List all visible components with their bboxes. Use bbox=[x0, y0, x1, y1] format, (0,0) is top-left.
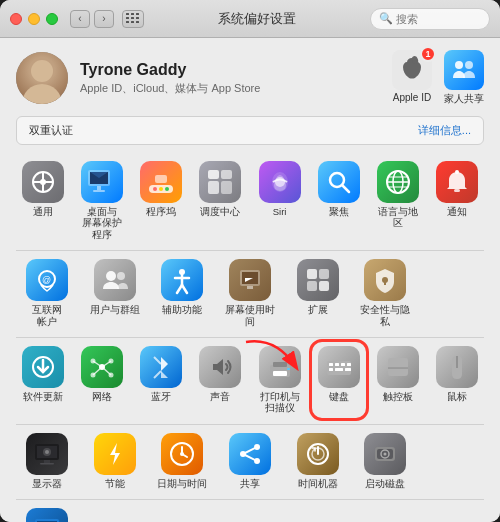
svg-rect-16 bbox=[155, 175, 167, 183]
pref-bluetooth[interactable]: 蓝牙 bbox=[135, 342, 188, 418]
pref-users[interactable]: 用户与群组 bbox=[84, 255, 146, 331]
family-sharing-icon bbox=[444, 50, 484, 90]
pref-network[interactable]: 网络 bbox=[75, 342, 128, 418]
apple-id-item[interactable]: 1 Apple ID bbox=[392, 50, 432, 103]
pref-accessibility[interactable]: 辅助功能 bbox=[151, 255, 213, 331]
pref-datetime[interactable]: 日期与时间 bbox=[151, 429, 213, 493]
svg-rect-68 bbox=[345, 368, 351, 371]
security-icon bbox=[364, 259, 406, 301]
maximize-button[interactable] bbox=[46, 13, 58, 25]
svg-point-94 bbox=[384, 452, 387, 455]
pref-desktop[interactable]: 桌面与 屏幕保护程序 bbox=[75, 157, 128, 244]
language-label: 语言与地区 bbox=[374, 206, 423, 229]
forward-button[interactable]: › bbox=[94, 10, 114, 28]
titlebar: ‹ › 系统偏好设置 🔍 bbox=[0, 0, 500, 38]
pref-energy[interactable]: 节能 bbox=[84, 429, 146, 493]
pref-launchpad[interactable]: 程序坞 bbox=[135, 157, 188, 244]
prefs-rows-container: 通用 桌面与 屏幕保护程序 bbox=[16, 157, 484, 522]
pref-notification[interactable]: 通知 bbox=[431, 157, 484, 244]
software-icon bbox=[22, 346, 64, 388]
pref-display[interactable]: 显示器 bbox=[16, 429, 78, 493]
svg-point-82 bbox=[180, 452, 184, 456]
siri-icon bbox=[259, 161, 301, 203]
screen-time-icon bbox=[229, 259, 271, 301]
pref-internet[interactable]: @ 互联网 帐户 bbox=[16, 255, 78, 331]
svg-rect-66 bbox=[329, 368, 333, 371]
pref-general[interactable]: 通用 bbox=[16, 157, 69, 244]
pref-language[interactable]: 语言与地区 bbox=[372, 157, 425, 244]
pref-trackpad[interactable]: 触控板 bbox=[372, 342, 425, 418]
pref-keyboard[interactable]: 键盘 bbox=[312, 342, 365, 418]
row-divider-3 bbox=[16, 424, 484, 425]
pref-spotlight[interactable]: 聚焦 bbox=[312, 157, 365, 244]
search-box[interactable]: 🔍 bbox=[370, 8, 490, 30]
profile-name: Tyrone Gaddy bbox=[80, 61, 392, 79]
users-icon bbox=[94, 259, 136, 301]
bluetooth-label: 蓝牙 bbox=[151, 391, 171, 402]
display-icon bbox=[26, 433, 68, 475]
svg-rect-59 bbox=[273, 371, 287, 376]
prefs-row-4: 显示器 节能 bbox=[16, 429, 484, 493]
general-icon bbox=[22, 161, 64, 203]
svg-rect-41 bbox=[319, 269, 329, 279]
prefs-row-3: 软件更新 bbox=[16, 342, 484, 418]
family-sharing-item[interactable]: 家人共享 bbox=[444, 50, 484, 106]
pref-software[interactable]: 软件更新 bbox=[16, 342, 69, 418]
pref-mouse[interactable]: 鼠标 bbox=[431, 342, 484, 418]
svg-line-56 bbox=[102, 367, 111, 375]
svg-line-54 bbox=[102, 361, 111, 367]
software-label: 软件更新 bbox=[23, 391, 63, 402]
svg-point-78 bbox=[45, 450, 49, 454]
avatar-image bbox=[16, 52, 68, 104]
profile-icons: 1 Apple ID 家人共享 bbox=[392, 50, 484, 106]
close-button[interactable] bbox=[10, 13, 22, 25]
pref-mission[interactable]: 调度中心 bbox=[194, 157, 247, 244]
minimize-button[interactable] bbox=[28, 13, 40, 25]
svg-text:@: @ bbox=[42, 275, 51, 285]
svg-rect-62 bbox=[329, 363, 333, 366]
pref-sharing[interactable]: 共享 bbox=[219, 429, 281, 493]
apple-id-badge: 1 bbox=[420, 46, 436, 62]
pref-extensions[interactable]: 扩展 bbox=[287, 255, 349, 331]
svg-rect-65 bbox=[347, 363, 351, 366]
svg-line-87 bbox=[243, 454, 257, 461]
window-title: 系统偏好设置 bbox=[144, 10, 370, 28]
startup-icon bbox=[364, 433, 406, 475]
mouse-label: 鼠标 bbox=[447, 391, 467, 402]
mouse-icon bbox=[436, 346, 478, 388]
row-divider-1 bbox=[16, 250, 484, 251]
energy-icon bbox=[94, 433, 136, 475]
pref-timemachine[interactable]: 时间机器 bbox=[287, 429, 349, 493]
extensions-label: 扩展 bbox=[308, 304, 328, 315]
pref-startup[interactable]: 启动磁盘 bbox=[355, 429, 417, 493]
svg-rect-17 bbox=[208, 170, 219, 179]
sharing-label: 共享 bbox=[240, 478, 260, 489]
general-label: 通用 bbox=[33, 206, 53, 217]
bluetooth-icon bbox=[140, 346, 182, 388]
keyboard-icon bbox=[318, 346, 360, 388]
grid-view-button[interactable] bbox=[122, 10, 144, 28]
svg-point-2 bbox=[455, 61, 463, 69]
accessibility-label: 辅助功能 bbox=[162, 304, 202, 315]
svg-rect-10 bbox=[97, 186, 101, 190]
mission-icon bbox=[199, 161, 241, 203]
pref-security[interactable]: 安全性与隐私 bbox=[355, 255, 417, 331]
pref-switchresx[interactable]: RES SwitchResX bbox=[16, 504, 78, 522]
sound-label: 声音 bbox=[210, 391, 230, 402]
search-input[interactable] bbox=[396, 13, 481, 25]
pref-siri[interactable]: Siri bbox=[253, 157, 306, 244]
sound-icon bbox=[199, 346, 241, 388]
svg-rect-58 bbox=[273, 362, 287, 367]
pref-screen-time[interactable]: 屏幕使用时间 bbox=[219, 255, 281, 331]
keyboard-label: 键盘 bbox=[329, 391, 349, 402]
spotlight-icon bbox=[318, 161, 360, 203]
language-icon bbox=[377, 161, 419, 203]
pref-printers[interactable]: 打印机与 扫描仪 bbox=[253, 342, 306, 418]
auth-link[interactable]: 详细信息... bbox=[418, 123, 471, 138]
extensions-icon bbox=[297, 259, 339, 301]
pref-sound[interactable]: 声音 bbox=[194, 342, 247, 418]
users-label: 用户与群组 bbox=[90, 304, 140, 315]
svg-rect-19 bbox=[208, 181, 219, 194]
prefs-row-1: 通用 桌面与 屏幕保护程序 bbox=[16, 157, 484, 244]
back-button[interactable]: ‹ bbox=[70, 10, 90, 28]
